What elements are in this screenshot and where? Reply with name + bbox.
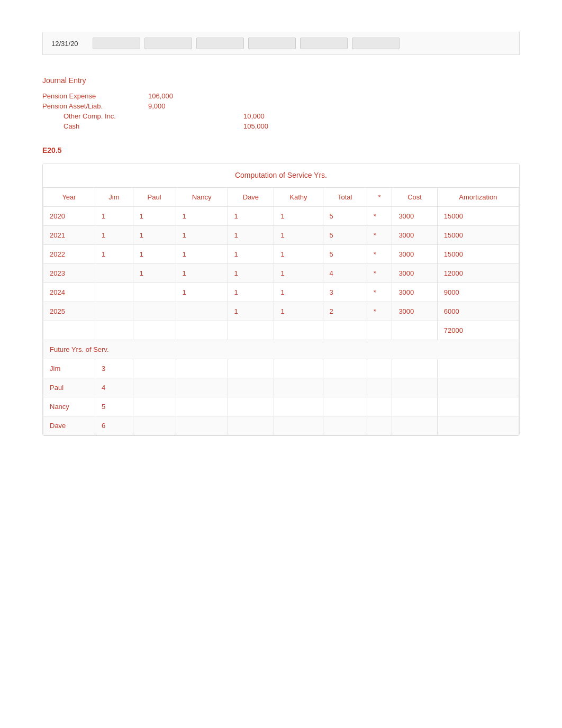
input-box-1[interactable] <box>93 38 140 49</box>
table-row: 2020111115*300015000 <box>43 207 519 226</box>
col-header-cost: Cost <box>392 188 437 207</box>
future-cell <box>274 359 323 378</box>
je-debit-4 <box>148 122 201 130</box>
subtotal-cell: 72000 <box>437 321 519 340</box>
future-cell <box>392 416 437 435</box>
subtotal-cell <box>133 321 176 340</box>
table-cell <box>95 283 133 302</box>
future-cell <box>367 416 392 435</box>
future-cell: Nancy <box>43 397 95 416</box>
future-cell <box>437 378 519 397</box>
table-header-row: Year Jim Paul Nancy Dave Kathy Total * C… <box>43 188 519 207</box>
future-row: Jim3 <box>43 359 519 378</box>
future-cell <box>228 359 274 378</box>
table-cell: 2023 <box>43 264 95 283</box>
table-cell: 1 <box>228 245 274 264</box>
future-cell <box>323 378 367 397</box>
table-cell: 1 <box>176 226 228 245</box>
future-cell: Paul <box>43 378 95 397</box>
col-header-star: * <box>367 188 392 207</box>
input-box-2[interactable] <box>144 38 192 49</box>
table-cell: 4 <box>323 264 367 283</box>
table-cell: 2025 <box>43 302 95 321</box>
table-cell: 2022 <box>43 245 95 264</box>
table-cell: 1 <box>95 207 133 226</box>
date-label: 12/31/20 <box>51 40 88 48</box>
table-cell: 5 <box>323 245 367 264</box>
table-cell: 3000 <box>392 226 437 245</box>
subtotal-cell <box>323 321 367 340</box>
col-header-jim: Jim <box>95 188 133 207</box>
table-cell: 1 <box>274 245 323 264</box>
future-cell <box>323 359 367 378</box>
table-cell <box>95 302 133 321</box>
future-cell: 5 <box>95 397 133 416</box>
future-cell <box>437 397 519 416</box>
future-cell <box>437 416 519 435</box>
table-cell: 1 <box>228 302 274 321</box>
table-cell: 1 <box>95 245 133 264</box>
future-cell <box>133 416 176 435</box>
table-cell: 1 <box>176 245 228 264</box>
future-cell <box>367 397 392 416</box>
table-cell: * <box>367 207 392 226</box>
top-bar: 12/31/20 <box>42 32 520 55</box>
table-cell: 5 <box>323 207 367 226</box>
future-cell: 3 <box>95 359 133 378</box>
table-cell: 12000 <box>437 264 519 283</box>
future-cell <box>437 359 519 378</box>
computation-table: Year Jim Paul Nancy Dave Kathy Total * C… <box>43 187 519 435</box>
col-header-amortization: Amortization <box>437 188 519 207</box>
table-cell: * <box>367 226 392 245</box>
subtotal-cell <box>43 321 95 340</box>
subtotal-cell <box>228 321 274 340</box>
table-cell: 1 <box>133 264 176 283</box>
table-cell: 1 <box>274 226 323 245</box>
table-row: 2025112*30006000 <box>43 302 519 321</box>
table-cell: 1 <box>228 264 274 283</box>
table-cell: 1 <box>176 207 228 226</box>
input-box-5[interactable] <box>300 38 348 49</box>
future-cell <box>228 416 274 435</box>
table-cell: * <box>367 283 392 302</box>
table-cell: 2024 <box>43 283 95 302</box>
je-credit-4: 105,000 <box>201 122 268 130</box>
col-header-paul: Paul <box>133 188 176 207</box>
col-header-kathy: Kathy <box>274 188 323 207</box>
future-cell: Dave <box>43 416 95 435</box>
je-debit-3 <box>148 112 201 120</box>
future-cell <box>133 378 176 397</box>
table-row: 2021111115*300015000 <box>43 226 519 245</box>
input-box-4[interactable] <box>248 38 296 49</box>
subtotal-cell <box>95 321 133 340</box>
table-cell: 1 <box>274 207 323 226</box>
subtotal-cell <box>274 321 323 340</box>
table-cell: * <box>367 264 392 283</box>
table-cell: * <box>367 245 392 264</box>
table-cell: 1 <box>133 226 176 245</box>
table-cell: 15000 <box>437 226 519 245</box>
je-account-1: Pension Expense <box>42 92 148 100</box>
future-section-label: Future Yrs. of Serv. <box>43 340 519 359</box>
table-cell <box>133 302 176 321</box>
je-row-4: Cash 105,000 <box>42 122 520 130</box>
future-cell <box>228 378 274 397</box>
table-cell: 1 <box>95 226 133 245</box>
col-header-year: Year <box>43 188 95 207</box>
future-cell <box>228 397 274 416</box>
future-cell <box>133 359 176 378</box>
je-row-3: Other Comp. Inc. 10,000 <box>42 112 520 120</box>
table-cell <box>95 264 133 283</box>
future-cell <box>176 359 228 378</box>
je-account-2: Pension Asset/Liab. <box>42 102 148 110</box>
table-cell: 2 <box>323 302 367 321</box>
input-box-3[interactable] <box>196 38 244 49</box>
future-cell <box>392 359 437 378</box>
je-credit-2 <box>201 102 243 110</box>
table-cell: 3 <box>323 283 367 302</box>
subtotal-cell <box>176 321 228 340</box>
je-credit-3: 10,000 <box>201 112 265 120</box>
input-box-6[interactable] <box>352 38 400 49</box>
future-cell <box>176 416 228 435</box>
table-cell: 1 <box>133 245 176 264</box>
